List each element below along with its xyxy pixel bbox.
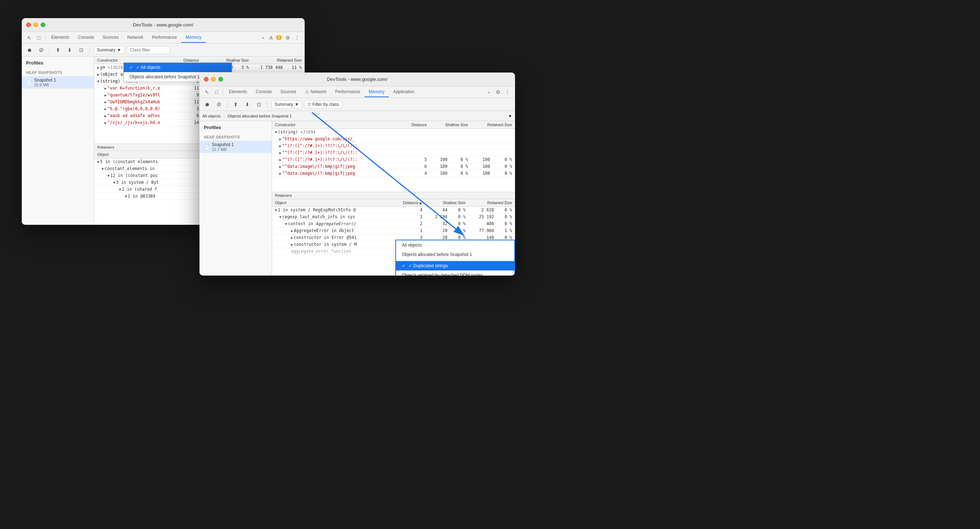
inspect-element-icon[interactable]: ↖ (25, 33, 34, 43)
tab-extras-front: » ⚙ ⋮ (486, 89, 512, 96)
divider-f3 (267, 101, 268, 108)
minimize-button-back[interactable] (33, 22, 38, 27)
tab-bar-front: ↖ □ Elements Console Sources ⚠ Network P… (199, 86, 515, 98)
retainer-row[interactable]: ▶AggregateError in Object 1 20 0 % 77 90… (272, 227, 515, 234)
col-constructor-front: Constructor (272, 121, 399, 129)
duplicated-strings-label: ✓ Duplicated strings (408, 263, 448, 268)
summary-label-front: Summary (275, 102, 293, 107)
close-button-front[interactable] (204, 77, 208, 82)
record-btn-back[interactable]: ⏺ (25, 45, 34, 55)
tab-network-back[interactable]: Network (123, 33, 148, 43)
heap-snapshots-label-back: HEAP SNAPSHOTS (22, 68, 94, 76)
table-row[interactable]: ▶"^(?:([^:/?#.]+):)?(?:\/\/(?:: (272, 143, 515, 149)
tab-network-front[interactable]: ⚠ Network (301, 87, 331, 97)
close-button-back[interactable] (26, 22, 31, 27)
load-btn-front[interactable]: ⬆ (231, 100, 240, 109)
tab-memory-front[interactable]: Memory (364, 87, 389, 97)
tab-console-front[interactable]: Console (251, 87, 276, 97)
minimize-button-front[interactable] (211, 77, 216, 82)
title-bar-back: DevTools - www.google.com/ (22, 18, 305, 32)
profiles-title-back: Profiles (22, 57, 94, 68)
tab-memory-back[interactable]: Memory (181, 33, 206, 43)
snapshot-icon-front: 📄 (204, 144, 210, 150)
maximize-button-front[interactable] (218, 77, 223, 82)
table-row[interactable]: ▶"^data:image\/(?:bmp|gif|jpeg 4 100 0 %… (272, 170, 515, 177)
traffic-lights-front (204, 77, 223, 82)
devtools-main-front: Profiles HEAP SNAPSHOTS 📄 Snapshot 1 11.… (199, 121, 515, 276)
device-toolbar-icon-front[interactable]: □ (212, 87, 221, 97)
retainer-row[interactable]: ▼regexp_last_match_info in sys 3 1 196 0… (272, 214, 515, 221)
record-btn-front[interactable]: ⏺ (202, 100, 212, 109)
cell-distance: 14 (176, 119, 202, 126)
collect-garbage-btn-front[interactable]: ⊡ (254, 100, 264, 109)
more-tabs-icon-front[interactable]: » (486, 89, 492, 96)
summary-dropdown-front[interactable]: Summary ▼ (271, 100, 302, 108)
table-row[interactable]: ▼(string) ×31694 (272, 129, 515, 136)
retainer-row[interactable]: ▼context in AggregateError() 2 32 0 % 40… (272, 221, 515, 227)
detached-dom-label: Objects retained by detached DOM nodes (402, 273, 483, 276)
cell-name: ▶"UwfIbMDbmgkhgZx4aHub (94, 98, 176, 105)
checkmark-icon: ✓ (129, 65, 133, 70)
dropdown-item-all-objects[interactable]: ✓ ✓ All objects (124, 63, 232, 72)
more-options-icon-front[interactable]: ⋮ (504, 89, 511, 96)
clear-btn-front[interactable]: ⊘ (214, 100, 223, 109)
divider3 (89, 46, 90, 54)
settings-icon-back[interactable]: ⚙ (285, 34, 291, 41)
table-row[interactable]: ▶"^(?:([^:/?#.]+):)?(?:\/\/(?:: (272, 149, 515, 156)
maximize-button-back[interactable] (41, 22, 45, 27)
snapshot-item-front[interactable]: 📄 Snapshot 1 11.7 MB (199, 141, 272, 153)
cell-name: ▶"aasb ad adsafe adtes (94, 113, 176, 119)
tab-extras-back: » ⚠ 2 ⚙ ⋮ (260, 34, 302, 41)
save-btn-front[interactable]: ⬇ (243, 100, 252, 109)
tab-sources-front[interactable]: Sources (276, 87, 301, 97)
dropdown-item-all-objects-front[interactable]: All objects (396, 240, 514, 250)
inspect-element-icon-front[interactable]: ↖ (202, 87, 212, 97)
clear-btn-back[interactable]: ⊘ (36, 45, 46, 55)
before-snapshot-front-label: Objects allocated before Snapshot 1 (402, 252, 472, 257)
filter-by-class-btn[interactable]: ▽ Filter by class (304, 100, 342, 108)
dropdown-item-before-snapshot-front[interactable]: Objects allocated before Snapshot 1 (396, 250, 514, 259)
more-options-icon-back[interactable]: ⋮ (294, 34, 300, 41)
col-shallow-front: Shallow Size (430, 121, 471, 129)
dropdown-item-label: Objects allocated before Snapshot 1 (129, 74, 199, 79)
snapshot-item-back[interactable]: 📄 Snapshot 1 15.8 MB (22, 76, 94, 89)
tab-console-back[interactable]: Console (74, 33, 98, 43)
tab-performance-front[interactable]: Performance (331, 87, 364, 97)
dropdown-item-detached-dom[interactable]: Objects retained by detached DOM nodes (396, 270, 514, 276)
tab-application-front[interactable]: Application (389, 87, 419, 97)
network-warning-icon: ⚠ (305, 89, 309, 94)
retainer-row[interactable]: ▼1 in system / RegExpMatchInfo @ 4 44 0 … (272, 207, 515, 214)
dropdown-arrow-all[interactable]: ▼ (508, 114, 512, 118)
warning-icon: ⚠ (269, 35, 273, 40)
table-scroll-front[interactable]: Constructor Distance Shallow Size Retain… (272, 121, 515, 192)
profiles-title-front: Profiles (199, 121, 272, 132)
divider2 (49, 46, 50, 54)
tab-sources-back[interactable]: Sources (98, 33, 123, 43)
table-row[interactable]: ▶"^data:image\/(?:bmp|gif|jpeg 6 100 0 %… (272, 163, 515, 170)
traffic-lights-back (26, 22, 45, 27)
class-filter-input-back[interactable] (127, 46, 170, 54)
snapshot-info-front: Snapshot 1 11.7 MB (212, 142, 234, 152)
summary-dropdown-back[interactable]: Summary ▼ (94, 46, 124, 54)
table-row[interactable]: ▶"^(?:([^:/?#.]+):)?(?:\/\/(?:: 5 100 0 … (272, 156, 515, 163)
col-retained-front: Retained Size (471, 121, 515, 129)
load-btn-back[interactable]: ⬆ (53, 45, 63, 55)
window-title-front: DevTools - www.google.com/ (327, 76, 388, 82)
more-tabs-icon[interactable]: » (260, 34, 266, 41)
cell-retained-pct: 11 % (286, 64, 305, 71)
dropdown-item-duplicated-strings[interactable]: ✓ ✓ Duplicated strings (396, 261, 514, 270)
settings-icon-front[interactable]: ⚙ (495, 89, 501, 96)
collect-garbage-btn-back[interactable]: ⊡ (76, 45, 86, 55)
content-area-front: Constructor Distance Shallow Size Retain… (272, 121, 515, 276)
divider (45, 34, 45, 41)
tab-elements-back[interactable]: Elements (47, 33, 74, 43)
device-toolbar-icon[interactable]: □ (34, 33, 43, 43)
tab-performance-back[interactable]: Performance (148, 33, 181, 43)
cell-shallow-pct: 3 % (236, 64, 252, 71)
devtools-window-front: DevTools - www.google.com/ ↖ □ Elements … (199, 73, 515, 276)
save-btn-back[interactable]: ⬇ (65, 45, 74, 55)
table-row[interactable]: ▶"https://www.google.com/xjs/_ (272, 136, 515, 143)
tab-elements-front[interactable]: Elements (224, 87, 251, 97)
cell-distance: 6 (176, 113, 202, 119)
filter-icon: ▽ (307, 102, 311, 107)
